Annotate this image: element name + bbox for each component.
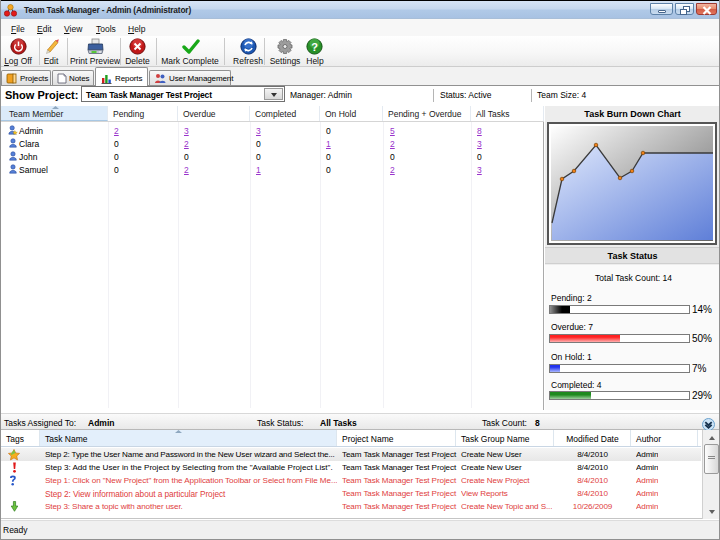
svg-text:?: ? — [311, 41, 318, 53]
